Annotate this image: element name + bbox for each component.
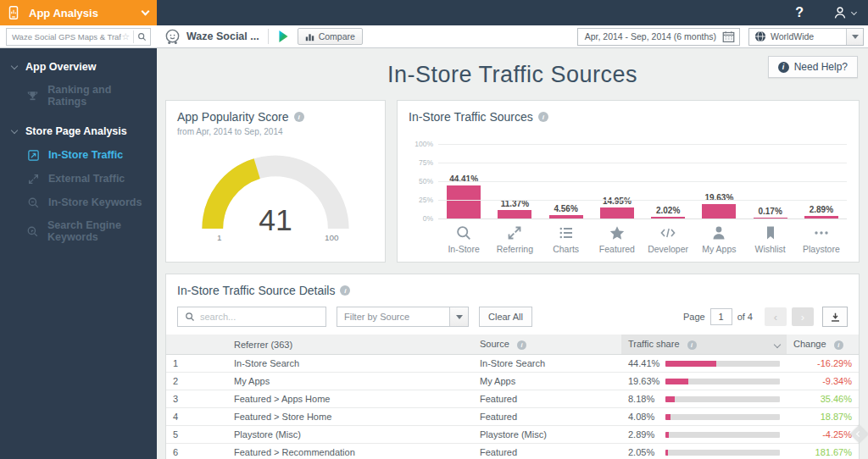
- category-label: Playstore: [803, 244, 840, 254]
- category-label: Referring: [497, 244, 533, 254]
- app-analysis-menu[interactable]: App Analysis: [0, 0, 157, 25]
- share-value: 8.18%: [628, 394, 665, 404]
- share-bar-track: [665, 379, 780, 384]
- change-cell: -4.25%: [787, 426, 859, 444]
- info-icon[interactable]: i: [538, 112, 548, 122]
- region-selector[interactable]: WorldWide: [748, 28, 864, 46]
- sidebar-section-app-overview[interactable]: App Overview: [0, 48, 157, 79]
- info-icon: i: [517, 340, 526, 350]
- sidebar-section-store-page-analysis[interactable]: Store Page Analysis: [0, 113, 157, 143]
- referrer-cell: Featured > Recommendation: [227, 444, 473, 459]
- page-of-label: of 4: [737, 312, 753, 322]
- category-label: In-Store: [448, 244, 479, 254]
- category-in-store[interactable]: In-Store: [438, 218, 489, 254]
- sidebar-item-search-engine-keywords[interactable]: Search Engine Keywords: [0, 214, 157, 248]
- share-value: 19.63%: [628, 376, 665, 386]
- filter-by-source-select[interactable]: Filter by Source: [337, 307, 469, 327]
- col-source[interactable]: Source i: [473, 335, 621, 355]
- sidebar-item-external-traffic[interactable]: External Traffic: [0, 167, 157, 191]
- date-range-label: Apr, 2014 - Sep, 2014 (6 months): [585, 31, 716, 41]
- info-icon[interactable]: i: [294, 112, 304, 122]
- share-bar-track: [665, 432, 780, 438]
- current-app-context: Waze Social ... Compare: [164, 28, 363, 46]
- table-search-input[interactable]: [200, 312, 319, 322]
- page-number-input[interactable]: [710, 308, 732, 325]
- category-charts[interactable]: Charts: [541, 218, 592, 254]
- compare-button[interactable]: Compare: [298, 28, 363, 45]
- calendar-icon: [722, 30, 735, 43]
- google-play-icon[interactable]: [277, 30, 290, 43]
- app-popularity-score-card: App Popularity Score i from Apr, 2014 to…: [165, 100, 386, 263]
- favorite-star-icon[interactable]: ☆: [121, 31, 130, 42]
- category-my-apps[interactable]: My Apps: [693, 218, 744, 254]
- category-label: Charts: [553, 244, 579, 254]
- traffic-share-cell: 2.89%: [621, 426, 787, 444]
- date-range-picker[interactable]: Apr, 2014 - Sep, 2014 (6 months): [577, 28, 740, 46]
- row-number: 6: [166, 444, 227, 459]
- bookmark-icon: [762, 224, 779, 241]
- info-icon: i: [778, 62, 789, 73]
- traffic-source-table: Referrer (363) Source i Traffic share i …: [166, 335, 859, 459]
- col-referrer[interactable]: Referrer (363): [227, 335, 473, 355]
- bar: [498, 210, 531, 218]
- app-search-box[interactable]: ☆: [6, 28, 151, 46]
- category-featured[interactable]: Featured: [592, 218, 643, 254]
- prev-page-button[interactable]: ‹: [765, 307, 787, 326]
- info-icon: i: [687, 340, 697, 350]
- dropdown-caret[interactable]: [846, 29, 863, 45]
- traffic-source-details-card: In-Store Traffic Source Details i Filter…: [165, 274, 860, 459]
- category-developer[interactable]: Developer: [643, 218, 693, 254]
- top-navbar: App Analysis ?: [0, 0, 868, 25]
- gauge-card-subtitle: from Apr, 2014 to Sep, 2014: [166, 125, 385, 136]
- popularity-gauge: 41 1 100: [192, 145, 359, 243]
- col-traffic-share[interactable]: Traffic share i: [621, 335, 787, 355]
- clear-all-button[interactable]: Clear All: [479, 307, 532, 327]
- compare-label: Compare: [319, 31, 355, 41]
- category-wishlist[interactable]: Wishlist: [745, 218, 796, 254]
- bar-value-label: 4.56%: [554, 204, 577, 213]
- sidebar-item-in-store-keywords[interactable]: In-Store Keywords: [0, 191, 157, 214]
- app-menu-label: App Analysis: [29, 7, 142, 19]
- need-help-button[interactable]: i Need Help?: [768, 56, 858, 78]
- traffic-share-cell: 8.18%: [621, 390, 787, 408]
- search-engine-magnifier-icon: [26, 224, 39, 238]
- bar-value-label: 2.02%: [656, 206, 680, 215]
- user-account-menu[interactable]: [832, 5, 856, 20]
- bar-value-label: 0.17%: [758, 207, 782, 216]
- keywords-magnifier-icon: [26, 196, 40, 209]
- search-icon[interactable]: [137, 32, 147, 41]
- share-value: 2.05%: [628, 447, 665, 457]
- table-search-box[interactable]: [177, 307, 326, 327]
- code-icon: [659, 224, 677, 241]
- traffic-share-cell: 2.05%: [621, 444, 787, 459]
- sidebar-item-ranking-and-ratings[interactable]: Ranking and Ratings: [0, 79, 157, 113]
- col-change[interactable]: Change i: [787, 335, 859, 355]
- referrer-cell: Featured > Store Home: [227, 408, 473, 426]
- help-icon[interactable]: ?: [795, 5, 804, 20]
- app-name-label: Waze Social ...: [186, 30, 259, 42]
- dropdown-caret: [449, 307, 468, 326]
- sidebar-item-in-store-traffic[interactable]: In-Store Traffic: [0, 143, 157, 167]
- gridline: [438, 144, 847, 145]
- person-icon: [710, 224, 727, 241]
- referrer-cell: In-Store Search: [227, 355, 473, 373]
- category-playstore[interactable]: Playstore: [796, 218, 847, 254]
- svg-text:100: 100: [325, 233, 339, 242]
- traffic-share-cell: 19.63%: [621, 373, 787, 390]
- person-icon: [832, 5, 848, 20]
- info-icon: i: [834, 340, 843, 350]
- table-row: 1In-Store SearchIn-Store Search44.41%-16…: [166, 355, 859, 373]
- bar: [600, 207, 634, 218]
- download-export-button[interactable]: [822, 307, 848, 327]
- category-label: Developer: [648, 244, 688, 254]
- info-icon[interactable]: i: [340, 285, 350, 296]
- chevron-down-icon: [11, 127, 18, 134]
- traffic-share-cell: 4.08%: [621, 408, 787, 426]
- bar-chart-icon: [305, 32, 314, 41]
- next-page-button[interactable]: ›: [792, 307, 814, 326]
- app-search-input[interactable]: [12, 32, 121, 41]
- category-referring[interactable]: Referring: [489, 218, 540, 254]
- bar-value-label: 19.63%: [704, 193, 733, 202]
- waze-app-icon: [164, 28, 181, 46]
- sort-desc-icon: [774, 341, 781, 348]
